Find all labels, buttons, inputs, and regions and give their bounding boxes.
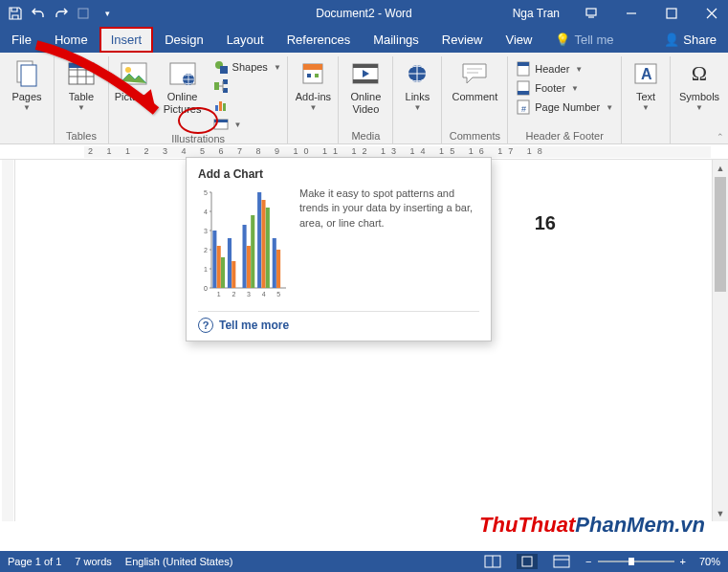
collapse-ribbon-icon[interactable]: ⌃: [717, 132, 724, 142]
maximize-button[interactable]: [655, 0, 688, 27]
svg-rect-24: [315, 74, 319, 77]
text-button[interactable]: A Text▼: [628, 56, 664, 112]
comment-button[interactable]: Comment: [448, 56, 501, 103]
status-language[interactable]: English (United States): [125, 556, 233, 567]
tab-tell-me[interactable]: 💡Tell me: [543, 27, 625, 53]
links-label: Links: [406, 91, 430, 103]
scroll-up-icon[interactable]: ▲: [713, 160, 728, 176]
footer-button[interactable]: Footer▼: [512, 79, 617, 97]
status-bar: Page 1 of 1 7 words English (United Stat…: [0, 551, 728, 572]
group-header-footer: Header▼ Footer▼ #Page Number▼ Header & F…: [508, 56, 622, 143]
shapes-button[interactable]: Shapes▼: [210, 58, 285, 76]
tab-share[interactable]: 👤Share: [652, 27, 728, 53]
svg-text:4: 4: [204, 209, 208, 215]
group-label-headerfooter: Header & Footer: [526, 130, 604, 143]
zoom-out-icon[interactable]: −: [585, 556, 591, 567]
scroll-thumb[interactable]: [715, 177, 726, 292]
svg-rect-23: [307, 74, 311, 77]
screenshot-button[interactable]: ▼: [210, 116, 285, 133]
svg-rect-71: [554, 556, 569, 567]
save-icon[interactable]: [8, 6, 23, 21]
tell-me-more-link[interactable]: ? Tell me more: [198, 311, 479, 333]
scroll-down-icon[interactable]: ▼: [713, 505, 728, 521]
read-mode-icon[interactable]: [482, 554, 503, 569]
svg-rect-12: [220, 66, 228, 74]
svg-rect-22: [303, 64, 322, 70]
svg-rect-17: [219, 101, 222, 111]
tooltip-chart-preview: 01234512345: [198, 187, 290, 301]
tab-home[interactable]: Home: [43, 27, 99, 53]
tab-review[interactable]: Review: [430, 27, 495, 53]
watermark: ThuThuatPhanMem.vn: [479, 513, 705, 538]
svg-rect-53: [221, 257, 225, 288]
svg-rect-55: [228, 238, 232, 288]
smartart-button[interactable]: [210, 77, 285, 95]
group-media: Online Video Media: [339, 56, 393, 143]
svg-rect-62: [257, 192, 261, 288]
status-words[interactable]: 7 words: [75, 556, 112, 567]
svg-text:4: 4: [262, 291, 266, 297]
zoom-in-icon[interactable]: +: [680, 556, 686, 567]
symbols-button[interactable]: Ω Symbols▼: [676, 56, 722, 112]
chart-button[interactable]: [210, 97, 285, 114]
svg-rect-64: [266, 208, 270, 288]
addins-button[interactable]: Add-ins▼: [294, 56, 332, 112]
tab-view[interactable]: View: [494, 27, 543, 53]
scrollbar-vertical[interactable]: ▲ ▼: [712, 160, 728, 521]
tab-design[interactable]: Design: [153, 27, 214, 53]
tab-mailings[interactable]: Mailings: [362, 27, 430, 53]
page-number-button[interactable]: #Page Number▼: [512, 99, 617, 116]
links-button[interactable]: Links▼: [399, 56, 435, 112]
close-button[interactable]: [695, 0, 728, 27]
shapes-icon: [213, 59, 229, 75]
help-icon: ?: [198, 318, 213, 333]
page-number-icon: #: [516, 99, 531, 115]
group-label-media: Media: [351, 130, 380, 143]
online-video-button[interactable]: Online Video: [344, 56, 386, 116]
ribbon-tabs: File Home Insert Design Layout Reference…: [0, 27, 728, 53]
addins-label: Add-ins: [296, 91, 331, 103]
zoom-slider[interactable]: − +: [585, 556, 686, 567]
header-icon: [516, 61, 531, 77]
redo-icon[interactable]: [54, 6, 69, 21]
svg-text:2: 2: [232, 291, 235, 297]
undo-icon[interactable]: [31, 6, 46, 21]
chevron-down-icon: ▼: [23, 103, 31, 112]
print-layout-icon[interactable]: [517, 554, 538, 569]
omega-icon: Ω: [684, 58, 715, 89]
table-button[interactable]: Table ▼: [60, 56, 102, 112]
qat-more-icon[interactable]: [77, 6, 92, 21]
user-name[interactable]: Nga Tran: [513, 7, 560, 20]
svg-rect-2: [667, 9, 676, 18]
header-button[interactable]: Header▼: [512, 60, 617, 77]
svg-text:3: 3: [204, 228, 208, 234]
tab-file[interactable]: File: [0, 27, 43, 53]
footer-label: Footer: [535, 82, 565, 94]
svg-rect-16: [215, 105, 218, 111]
web-layout-icon[interactable]: [551, 554, 572, 569]
screenshot-icon: [213, 117, 229, 132]
online-pictures-label: Online Pictures: [160, 91, 206, 116]
ruler-vertical[interactable]: [0, 160, 15, 521]
online-video-label: Online Video: [344, 91, 386, 116]
tab-layout[interactable]: Layout: [215, 27, 276, 53]
zoom-level[interactable]: 70%: [699, 556, 720, 567]
minimize-button[interactable]: [615, 0, 648, 27]
svg-text:#: #: [521, 104, 526, 114]
pictures-button[interactable]: Pictures: [112, 56, 156, 103]
svg-rect-52: [217, 246, 221, 288]
pages-button[interactable]: Pages ▼: [6, 56, 48, 112]
tab-insert[interactable]: Insert: [99, 27, 154, 53]
online-pictures-button[interactable]: Online Pictures: [160, 56, 206, 116]
ribbon-display-icon[interactable]: [575, 0, 607, 27]
group-addins: Add-ins▼: [288, 56, 339, 143]
status-page[interactable]: Page 1 of 1: [8, 556, 61, 567]
svg-text:1: 1: [204, 266, 208, 273]
textbox-icon: A: [630, 58, 661, 89]
svg-rect-60: [251, 215, 254, 288]
svg-text:2: 2: [204, 247, 208, 253]
svg-rect-15: [223, 88, 228, 93]
svg-rect-56: [232, 261, 235, 288]
tab-references[interactable]: References: [276, 27, 362, 53]
qat-dropdown-icon[interactable]: ▾: [99, 6, 115, 21]
